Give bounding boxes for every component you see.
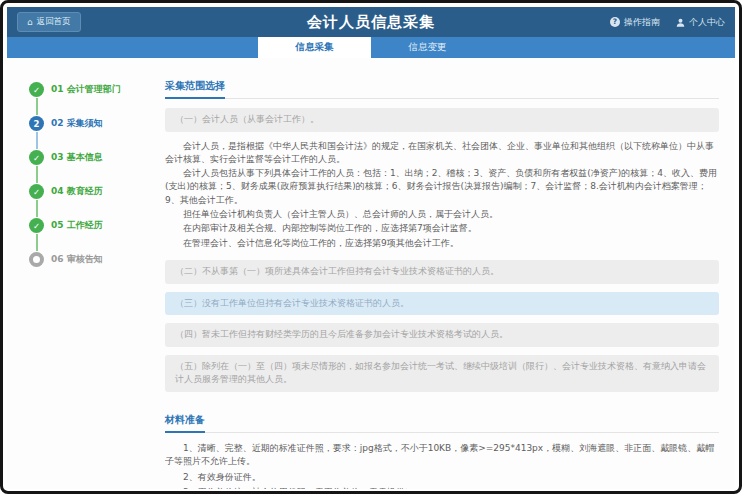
person-icon [676, 18, 685, 27]
material-item: 2、有效身份证件。 [165, 471, 719, 485]
step-number-icon: 2 [29, 116, 44, 131]
materials-section-title: 材料准备 [165, 413, 205, 433]
profile-link[interactable]: 个人中心 [676, 16, 725, 29]
scope-paragraph: 在管理会计、会计信息化等岗位工作的，应选择第9项其他会计工作。 [165, 237, 719, 250]
check-circle-icon: ✓ [29, 184, 44, 199]
check-circle-icon: ✓ [29, 218, 44, 233]
home-button-label: 返回首页 [37, 16, 71, 28]
step-number: 04 [51, 186, 64, 196]
step-label: 采集须知 [67, 118, 103, 128]
step-number: 05 [51, 220, 64, 230]
step-connector [36, 200, 38, 217]
main-panel: 采集范围选择 （一）会计人员（从事会计工作）。 会计人员，是指根据《中华人民共和… [147, 58, 735, 489]
scope-paragraph: 会计人员，是指根据《中华人民共和国会计法》的规定，在国家机关、社会团体、企业、事… [165, 140, 719, 167]
step-label: 工作经历 [67, 220, 103, 230]
scope-option-4[interactable]: （四）暂未工作但持有财经类学历的且今后准备参加会计专业技术资格考试的人员。 [165, 323, 719, 347]
check-circle-icon: ✓ [29, 82, 44, 97]
guide-link[interactable]: ? 操作指南 [610, 16, 660, 29]
scope-option-2[interactable]: （二）不从事第（一）项所述具体会计工作但持有会计专业技术资格证书的人员。 [165, 260, 719, 284]
step-number: 06 [51, 254, 64, 264]
material-item: 1、清晰、完整、近期的标准证件照，要求：jpg格式，不小于10KB，像素>=29… [165, 442, 719, 469]
step-review-notice[interactable]: 06 审核告知 [29, 252, 147, 267]
step-connector [36, 98, 38, 115]
steps-sidebar: ✓ 01 会计管理部门 2 02 采集须知 ✓ 03 基本信息 ✓ 04 教育经… [7, 58, 147, 489]
header-actions: ? 操作指南 个人中心 [610, 16, 725, 29]
tab-info-change[interactable]: 信息变更 [371, 37, 484, 58]
question-icon: ? [610, 17, 620, 27]
scope-section-title: 采集范围选择 [165, 79, 225, 99]
home-button[interactable]: ⌂ 返回首页 [17, 12, 81, 32]
app-window: ⌂ 返回首页 会计人员信息采集 ? 操作指南 个人中心 信息采集 信息变更 ✓ [0, 0, 742, 494]
scope-option-5[interactable]: （五）除列在（一）至（四）项未尽情形的，如报名参加会计统一考试、继续中级培训（限… [165, 355, 719, 392]
step-work-history[interactable]: ✓ 05 工作经历 [29, 218, 147, 233]
step-label: 教育经历 [67, 186, 103, 196]
tab-bar: 信息采集 信息变更 [7, 37, 735, 58]
step-connector [36, 166, 38, 183]
scope-paragraph: 会计人员包括从事下列具体会计工作的人员：包括：1、出纳；2、稽核；3、资产、负债… [165, 167, 719, 207]
scope-paragraph: 担任单位会计机构负责人（会计主管人员）、总会计师的人员，属于会计人员。 [165, 208, 719, 221]
step-number: 01 [51, 84, 64, 94]
content-area: ✓ 01 会计管理部门 2 02 采集须知 ✓ 03 基本信息 ✓ 04 教育经… [7, 58, 735, 489]
header-bar: ⌂ 返回首页 会计人员信息采集 ? 操作指南 个人中心 [7, 7, 735, 37]
step-label: 会计管理部门 [67, 84, 121, 94]
scope-description: 会计人员，是指根据《中华人民共和国会计法》的规定，在国家机关、社会团体、企业、事… [165, 140, 719, 251]
material-item: 3、工作单位统一社会信用代码（无工作单位、无需提供）。 [165, 486, 719, 489]
step-label: 基本信息 [67, 152, 103, 162]
guide-link-label: 操作指南 [624, 16, 660, 29]
step-label: 审核告知 [67, 254, 103, 264]
step-connector [36, 234, 38, 251]
step-number: 03 [51, 152, 64, 162]
step-number: 02 [51, 118, 64, 128]
step-accounting-department[interactable]: ✓ 01 会计管理部门 [29, 82, 147, 97]
step-education-history[interactable]: ✓ 04 教育经历 [29, 184, 147, 199]
scope-option-1[interactable]: （一）会计人员（从事会计工作）。 [165, 108, 719, 132]
check-circle-icon: ✓ [29, 150, 44, 165]
step-connector [36, 132, 38, 149]
step-collection-notice[interactable]: 2 02 采集须知 [29, 116, 147, 131]
pending-circle-icon [29, 252, 44, 267]
scope-option-3[interactable]: （三）没有工作单位但持有会计专业技术资格证书的人员。 [165, 292, 719, 316]
tab-info-collect[interactable]: 信息采集 [258, 37, 371, 58]
step-basic-info[interactable]: ✓ 03 基本信息 [29, 150, 147, 165]
home-icon: ⌂ [27, 18, 33, 27]
profile-link-label: 个人中心 [689, 16, 725, 29]
scope-paragraph: 在内部审计及相关合规、内部控制等岗位工作的，应选择第7项会计监督。 [165, 222, 719, 235]
